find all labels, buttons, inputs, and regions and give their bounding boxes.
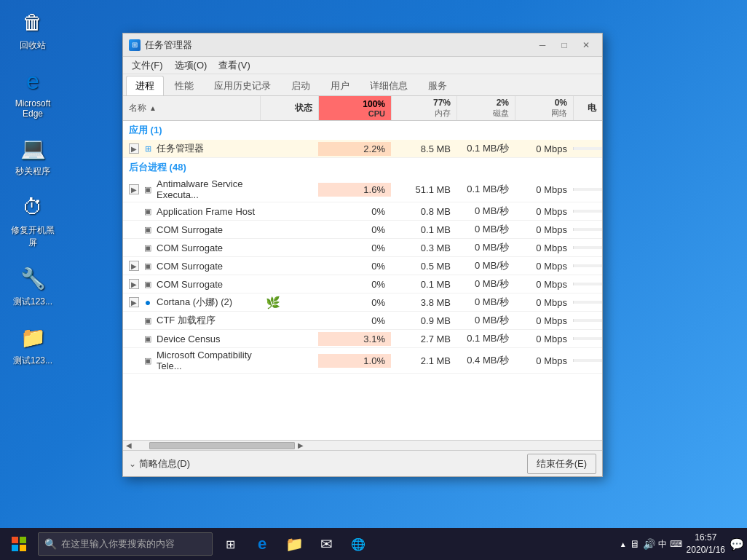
cpu-value: 0% (318, 259, 391, 273)
menu-file[interactable]: 文件(F) (126, 58, 169, 74)
table-row[interactable]: ▣ Application Frame Host 0% 0.8 MB 0 MB/… (123, 202, 602, 221)
section-background[interactable]: 后台进程 (48) (123, 158, 602, 177)
h-scroll-left-btn[interactable]: ◀ (123, 441, 135, 449)
process-name: CTF 加载程序 (157, 314, 216, 327)
col-status-header[interactable]: 状态 (260, 96, 318, 120)
table-header: 名称 ▲ 状态 100% CPU 77% 内存 2% 磁盘 0% 网络 (123, 96, 602, 121)
table-row[interactable]: ▶ ▣ COM Surrogate 0% 0.5 MB 0 MB/秒 0 Mbp… (123, 257, 602, 275)
search-icon: 🔍 (44, 538, 57, 550)
table-row[interactable]: ▶ ● Cortana (小娜) (2) 🌿 0% 3.8 MB 0 MB/秒 … (123, 293, 602, 312)
col-network-header[interactable]: 0% 网络 (515, 96, 573, 120)
network-value: 0 Mbps (515, 223, 573, 237)
process-name: COM Surrogate (157, 261, 223, 272)
h-scroll-bar[interactable] (149, 442, 295, 449)
menu-bar: 文件(F) 选项(O) 查看(V) (123, 57, 602, 74)
tray-lang-icon[interactable]: 中 (658, 538, 667, 551)
desktop-icon-recycle[interactable]: 🗑 回收站 (7, 7, 58, 52)
expand-button[interactable]: ▶ (129, 297, 139, 307)
disk-value: 0 MB/秒 (456, 276, 515, 292)
network-taskbar-icon[interactable]: 🌐 (344, 528, 373, 560)
tray-volume-icon[interactable]: 🔊 (643, 538, 655, 550)
tab-apphistory[interactable]: 应用历史记录 (205, 76, 280, 95)
expand-button[interactable]: ▶ (129, 184, 139, 194)
process-icon: ▣ (142, 205, 154, 217)
explorer-taskbar-icon[interactable]: 📁 (280, 528, 309, 560)
tab-processes[interactable]: 进程 (126, 76, 164, 95)
network-value: 0 Mbps (515, 241, 573, 255)
power-value (573, 228, 602, 231)
memory-value: 8.5 MB (391, 142, 456, 156)
notification-icon[interactable]: 💬 (730, 537, 744, 551)
table-row[interactable]: ▣ COM Surrogate 0% 0.3 MB 0 MB/秒 0 Mbps (123, 239, 602, 257)
status-cell (260, 147, 318, 150)
memory-value: 51.1 MB (391, 183, 456, 197)
taskview-icon[interactable]: ⊞ (216, 528, 245, 560)
title-bar-text: 任务管理器 (145, 39, 532, 52)
tab-details[interactable]: 详细信息 (360, 76, 417, 95)
table-row[interactable]: ▣ COM Surrogate 0% 0.1 MB 0 MB/秒 0 Mbps (123, 221, 602, 239)
desktop-icon-thispc[interactable]: 💻 秒关程序 (7, 133, 58, 178)
summary-button[interactable]: ⌄ 简略信息(D) (129, 457, 190, 470)
tab-startup[interactable]: 启动 (282, 76, 320, 95)
start-button[interactable] (3, 528, 35, 560)
maximize-button[interactable]: □ (554, 38, 574, 52)
network-value: 0 Mbps (515, 354, 573, 368)
end-task-button[interactable]: 结束任务(E) (527, 454, 596, 474)
cpu-value: 0% (318, 277, 391, 291)
memory-value: 0.1 MB (391, 223, 456, 237)
process-name: COM Surrogate (157, 224, 223, 235)
tab-performance[interactable]: 性能 (165, 76, 203, 95)
col-memory-header[interactable]: 77% 内存 (391, 96, 456, 120)
col-power-header[interactable]: 电 (573, 96, 602, 120)
close-button[interactable]: ✕ (576, 38, 596, 52)
cpu-value: 1.6% (318, 183, 391, 197)
table-row[interactable]: ▶ ⊞ 任务管理器 2.2% 8.5 MB 0.1 MB/秒 0 Mbps (123, 140, 602, 158)
col-sort-arrow[interactable]: 名称 ▲ (123, 96, 260, 120)
desktop-icon-test[interactable]: 📁 测试123... (7, 323, 58, 367)
col-cpu-header[interactable]: 100% CPU (318, 96, 391, 120)
tray-network-icon[interactable]: 🖥 (630, 538, 640, 550)
power-value (573, 301, 602, 304)
taskbar-datetime[interactable]: 16:57 2020/1/16 (687, 532, 725, 556)
title-bar-buttons: ─ □ ✕ (532, 38, 596, 52)
disk-value: 0.1 MB/秒 (456, 181, 515, 197)
network-value: 0 Mbps (515, 277, 573, 291)
search-box[interactable]: 🔍 在这里输入你要搜索的内容 (38, 532, 213, 556)
table-row[interactable]: ▣ CTF 加载程序 0% 0.9 MB 0 MB/秒 0 Mbps (123, 312, 602, 330)
expand-button[interactable]: ▶ (129, 143, 139, 154)
memory-value: 0.8 MB (391, 205, 456, 218)
cpu-value: 0% (318, 241, 391, 255)
edge-taskbar-icon[interactable]: e (248, 528, 277, 560)
tray-arrow-icon[interactable]: ▲ (620, 540, 627, 548)
memory-value: 0.5 MB (391, 259, 456, 273)
expand-button[interactable]: ▶ (129, 279, 139, 289)
tab-services[interactable]: 服务 (419, 76, 456, 95)
col-disk-header[interactable]: 2% 磁盘 (456, 96, 515, 120)
memory-value: 0.1 MB (391, 277, 456, 291)
network-value: 0 Mbps (515, 296, 573, 309)
mail-taskbar-icon[interactable]: ✉ (312, 528, 341, 560)
table-row[interactable]: ▣ Device Census 3.1% 2.7 MB 0.1 MB/秒 0 M… (123, 330, 602, 348)
h-scroll-area[interactable]: ◀ ▶ (123, 440, 602, 450)
process-icon: ▣ (142, 224, 154, 235)
tab-users[interactable]: 用户 (321, 76, 359, 95)
table-row[interactable]: ▶ ▣ COM Surrogate 0% 0.1 MB 0 MB/秒 0 Mbp… (123, 275, 602, 293)
expand-button[interactable]: ▶ (129, 261, 139, 271)
disk-value: 0 MB/秒 (456, 258, 515, 274)
desktop-icon-quickclose[interactable]: ⏱ 修复开机黑屏 (7, 192, 58, 249)
menu-options[interactable]: 选项(O) (169, 58, 213, 74)
process-name: Cortana (小娜) (2) (157, 296, 232, 309)
desktop-icon-fixblack[interactable]: 🔧 测试123... (7, 264, 58, 308)
minimize-button[interactable]: ─ (532, 38, 553, 52)
tray-keyboard-icon[interactable]: ⌨ (670, 539, 682, 549)
table-row[interactable]: ▶ ▣ Antimalware Service Executa... 1.6% … (123, 177, 602, 202)
h-scroll-right-btn[interactable]: ▶ (295, 441, 307, 449)
process-name: COM Surrogate (157, 242, 223, 253)
section-apps[interactable]: 应用 (1) (123, 121, 602, 140)
power-value (573, 337, 602, 340)
desktop-icon-edge[interactable]: e MicrosoftEdge (7, 66, 58, 119)
table-row[interactable]: ▣ Microsoft Compatibility Tele... 1.0% 2… (123, 348, 602, 374)
summary-arrow-icon: ⌄ (129, 459, 136, 469)
menu-view[interactable]: 查看(V) (213, 58, 256, 74)
table-body[interactable]: 应用 (1) ▶ ⊞ 任务管理器 2.2% 8.5 MB 0.1 MB/秒 0 … (123, 121, 602, 440)
